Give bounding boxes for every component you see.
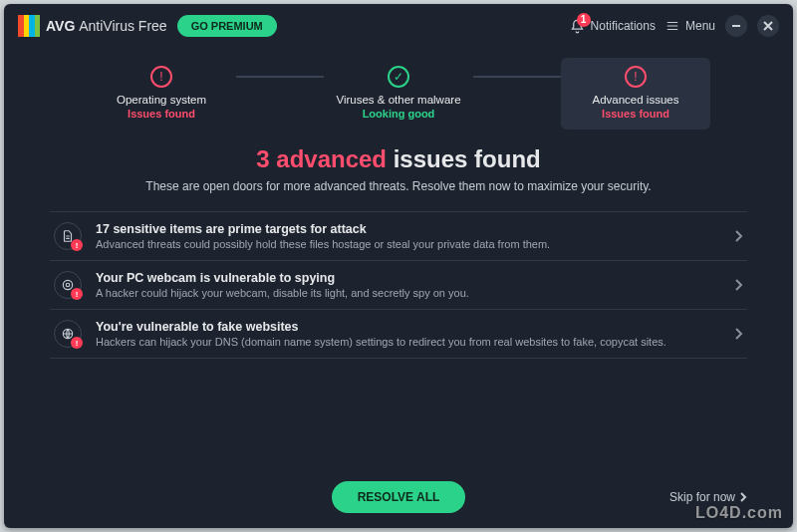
brand-product: AntiVirus Free: [79, 18, 166, 34]
chevron-right-icon: [733, 279, 743, 291]
header-right: 1 Notifications Menu: [570, 15, 779, 37]
globe-icon: !: [54, 320, 82, 348]
hamburger-icon: [665, 19, 679, 33]
bell-icon: 1: [570, 19, 585, 34]
issue-desc: A hacker could hijack your webcam, disab…: [96, 287, 719, 299]
menu-label: Menu: [685, 19, 715, 33]
chevron-right-icon: [733, 328, 743, 340]
issue-desc: Hackers can hijack your DNS (domain name…: [96, 336, 719, 348]
issue-desc: Advanced threats could possibly hold the…: [96, 238, 719, 250]
svg-point-0: [63, 280, 72, 289]
skip-label: Skip for now: [669, 490, 735, 504]
page-title: 3 advanced issues found: [50, 145, 747, 173]
headline-count: 3 advanced: [256, 145, 387, 172]
headline-tail: issues found: [387, 145, 541, 172]
issue-title: Your PC webcam is vulnerable to spying: [96, 271, 719, 285]
step-connector: [473, 76, 561, 78]
step-status: Issues found: [602, 108, 669, 120]
brand-logo: AVG AntiVirus Free: [18, 15, 167, 37]
check-icon: ✓: [388, 66, 409, 88]
chevron-right-icon: [733, 230, 743, 242]
footer: RESOLVE ALL Skip for now: [4, 466, 793, 528]
minimize-button[interactable]: [725, 15, 747, 37]
step-status: Looking good: [363, 108, 435, 120]
alert-dot-icon: !: [71, 288, 83, 300]
app-window: AVG AntiVirus Free GO PREMIUM 1 Notifica…: [4, 4, 793, 528]
notifications-label: Notifications: [591, 19, 656, 33]
step-title: Operating system: [117, 94, 206, 106]
titlebar: AVG AntiVirus Free GO PREMIUM 1 Notifica…: [4, 4, 793, 48]
scan-steps: ! Operating system Issues found ✓ Viruse…: [50, 58, 747, 130]
go-premium-button[interactable]: GO PREMIUM: [177, 15, 277, 37]
page-subtitle: These are open doors for more advanced t…: [50, 179, 747, 193]
issues-list: ! 17 sensitive items are prime targets f…: [50, 211, 747, 359]
issue-title: You're vulnerable to fake websites: [96, 320, 719, 334]
brand-text: AVG AntiVirus Free: [46, 18, 167, 34]
step-viruses-malware[interactable]: ✓ Viruses & other malware Looking good: [324, 58, 473, 130]
step-status: Issues found: [128, 108, 195, 120]
step-title: Advanced issues: [593, 94, 679, 106]
step-connector: [236, 76, 324, 78]
alert-dot-icon: !: [71, 239, 83, 251]
notifications-button[interactable]: 1 Notifications: [570, 19, 656, 34]
alert-icon: !: [150, 66, 172, 88]
issue-row[interactable]: ! Your PC webcam is vulnerable to spying…: [50, 261, 747, 310]
svg-point-1: [66, 283, 70, 287]
menu-button[interactable]: Menu: [665, 19, 715, 33]
resolve-all-button[interactable]: RESOLVE ALL: [332, 481, 466, 513]
issue-title: 17 sensitive items are prime targets for…: [96, 222, 719, 236]
step-advanced-issues[interactable]: ! Advanced issues Issues found: [561, 58, 710, 130]
content-area: ! Operating system Issues found ✓ Viruse…: [4, 48, 793, 466]
issue-row[interactable]: ! You're vulnerable to fake websites Hac…: [50, 310, 747, 359]
step-operating-system[interactable]: ! Operating system Issues found: [87, 58, 236, 130]
file-icon: !: [54, 222, 82, 250]
camera-icon: !: [54, 271, 82, 299]
alert-dot-icon: !: [71, 337, 83, 349]
skip-link[interactable]: Skip for now: [669, 490, 747, 504]
step-title: Viruses & other malware: [336, 94, 460, 106]
notification-badge: 1: [577, 13, 591, 27]
brand-name: AVG: [46, 18, 75, 34]
avg-logo-icon: [18, 15, 40, 37]
issue-row[interactable]: ! 17 sensitive items are prime targets f…: [50, 211, 747, 261]
chevron-right-icon: [739, 492, 747, 502]
close-button[interactable]: [757, 15, 779, 37]
alert-icon: !: [625, 66, 647, 88]
